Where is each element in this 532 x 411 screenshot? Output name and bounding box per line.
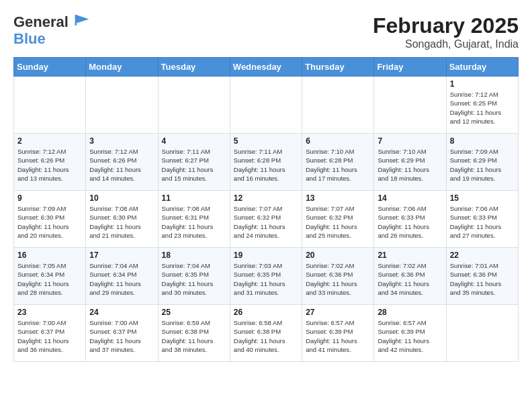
day-info: Sunrise: 7:00 AM Sunset: 6:37 PM Dayligh… [89, 318, 154, 354]
day-info: Sunrise: 7:10 AM Sunset: 6:28 PM Dayligh… [306, 147, 370, 183]
day-number: 10 [89, 193, 154, 203]
day-info: Sunrise: 7:09 AM Sunset: 6:30 PM Dayligh… [17, 204, 82, 240]
day-number: 21 [378, 250, 442, 260]
calendar-day-cell: 13Sunrise: 7:07 AM Sunset: 6:32 PM Dayli… [302, 191, 374, 248]
calendar-day-cell: 14Sunrise: 7:06 AM Sunset: 6:33 PM Dayli… [374, 191, 446, 248]
day-info: Sunrise: 6:57 AM Sunset: 6:39 PM Dayligh… [378, 318, 442, 354]
day-number: 16 [17, 250, 82, 260]
calendar-day-cell: 3Sunrise: 7:12 AM Sunset: 6:26 PM Daylig… [86, 134, 158, 191]
day-info: Sunrise: 7:09 AM Sunset: 6:29 PM Dayligh… [450, 147, 515, 183]
day-info: Sunrise: 7:01 AM Sunset: 6:36 PM Dayligh… [450, 261, 515, 297]
day-number: 15 [450, 193, 515, 203]
day-info: Sunrise: 7:05 AM Sunset: 6:34 PM Dayligh… [17, 261, 82, 297]
calendar-week-row: 9Sunrise: 7:09 AM Sunset: 6:30 PM Daylig… [14, 191, 519, 248]
calendar-day-cell: 19Sunrise: 7:03 AM Sunset: 6:35 PM Dayli… [230, 248, 302, 305]
day-number: 19 [234, 250, 298, 260]
calendar-day-cell: 16Sunrise: 7:05 AM Sunset: 6:34 PM Dayli… [14, 248, 86, 305]
calendar-day-cell [446, 305, 518, 362]
calendar-day-cell: 28Sunrise: 6:57 AM Sunset: 6:39 PM Dayli… [374, 305, 446, 362]
day-info: Sunrise: 7:12 AM Sunset: 6:26 PM Dayligh… [89, 147, 154, 183]
logo-flag-icon [74, 13, 90, 27]
day-info: Sunrise: 7:08 AM Sunset: 6:30 PM Dayligh… [89, 204, 154, 240]
day-info: Sunrise: 7:06 AM Sunset: 6:33 PM Dayligh… [450, 204, 515, 240]
day-info: Sunrise: 7:02 AM Sunset: 6:36 PM Dayligh… [306, 261, 370, 297]
calendar-day-cell: 6Sunrise: 7:10 AM Sunset: 6:28 PM Daylig… [302, 134, 374, 191]
calendar-day-cell: 10Sunrise: 7:08 AM Sunset: 6:30 PM Dayli… [86, 191, 158, 248]
calendar-day-cell: 12Sunrise: 7:07 AM Sunset: 6:32 PM Dayli… [230, 191, 302, 248]
calendar-day-cell: 25Sunrise: 6:59 AM Sunset: 6:38 PM Dayli… [158, 305, 230, 362]
day-of-week-header: Sunday [14, 58, 86, 77]
day-of-week-header: Monday [86, 58, 158, 77]
day-number: 2 [17, 136, 82, 146]
day-number: 7 [378, 136, 442, 146]
logo-blue: Blue [13, 30, 90, 48]
day-of-week-header: Tuesday [158, 58, 230, 77]
calendar-day-cell [230, 77, 302, 134]
calendar-day-cell [302, 77, 374, 134]
day-info: Sunrise: 7:03 AM Sunset: 6:35 PM Dayligh… [234, 261, 298, 297]
day-number: 13 [306, 193, 370, 203]
day-number: 14 [378, 193, 442, 203]
day-info: Sunrise: 7:04 AM Sunset: 6:34 PM Dayligh… [89, 261, 154, 297]
calendar-day-cell: 4Sunrise: 7:11 AM Sunset: 6:27 PM Daylig… [158, 134, 230, 191]
day-number: 24 [89, 308, 154, 317]
calendar-day-cell: 18Sunrise: 7:04 AM Sunset: 6:35 PM Dayli… [158, 248, 230, 305]
day-number: 18 [162, 250, 226, 260]
calendar-week-row: 2Sunrise: 7:12 AM Sunset: 6:26 PM Daylig… [14, 134, 519, 191]
calendar-day-cell [14, 77, 86, 134]
day-number: 4 [162, 136, 226, 146]
day-info: Sunrise: 7:00 AM Sunset: 6:37 PM Dayligh… [17, 318, 82, 354]
calendar-day-cell: 20Sunrise: 7:02 AM Sunset: 6:36 PM Dayli… [302, 248, 374, 305]
day-info: Sunrise: 7:12 AM Sunset: 6:26 PM Dayligh… [17, 147, 82, 183]
header: General Blue February 2025 Songadh, Guja… [13, 13, 519, 50]
calendar-day-cell: 5Sunrise: 7:11 AM Sunset: 6:28 PM Daylig… [230, 134, 302, 191]
calendar-day-cell: 26Sunrise: 6:58 AM Sunset: 6:38 PM Dayli… [230, 305, 302, 362]
day-number: 22 [450, 250, 515, 260]
title-area: February 2025 Songadh, Gujarat, India [373, 13, 519, 50]
calendar-day-cell: 21Sunrise: 7:02 AM Sunset: 6:36 PM Dayli… [374, 248, 446, 305]
day-info: Sunrise: 7:07 AM Sunset: 6:32 PM Dayligh… [234, 204, 298, 240]
calendar-day-cell: 24Sunrise: 7:00 AM Sunset: 6:37 PM Dayli… [86, 305, 158, 362]
day-info: Sunrise: 6:57 AM Sunset: 6:39 PM Dayligh… [306, 318, 370, 354]
calendar-week-row: 16Sunrise: 7:05 AM Sunset: 6:34 PM Dayli… [14, 248, 519, 305]
day-number: 12 [234, 193, 298, 203]
logo-text: General [13, 13, 90, 30]
day-number: 23 [17, 308, 82, 317]
svg-marker-0 [76, 15, 89, 24]
day-number: 26 [234, 308, 298, 317]
day-number: 20 [306, 250, 370, 260]
day-info: Sunrise: 7:11 AM Sunset: 6:28 PM Dayligh… [234, 147, 298, 183]
day-info: Sunrise: 7:12 AM Sunset: 6:25 PM Dayligh… [450, 90, 515, 126]
day-info: Sunrise: 7:08 AM Sunset: 6:31 PM Dayligh… [162, 204, 226, 240]
day-of-week-header: Thursday [302, 58, 374, 77]
calendar-table: SundayMondayTuesdayWednesdayThursdayFrid… [13, 57, 519, 362]
day-number: 28 [378, 308, 442, 317]
calendar-day-cell: 1Sunrise: 7:12 AM Sunset: 6:25 PM Daylig… [446, 77, 518, 134]
day-of-week-header: Saturday [446, 58, 518, 77]
day-info: Sunrise: 7:04 AM Sunset: 6:35 PM Dayligh… [162, 261, 226, 297]
calendar-day-cell [158, 77, 230, 134]
day-info: Sunrise: 6:59 AM Sunset: 6:38 PM Dayligh… [162, 318, 226, 354]
day-number: 6 [306, 136, 370, 146]
day-number: 25 [162, 308, 226, 317]
calendar-day-cell: 23Sunrise: 7:00 AM Sunset: 6:37 PM Dayli… [14, 305, 86, 362]
calendar-day-cell: 2Sunrise: 7:12 AM Sunset: 6:26 PM Daylig… [14, 134, 86, 191]
day-info: Sunrise: 7:02 AM Sunset: 6:36 PM Dayligh… [378, 261, 442, 297]
calendar-day-cell: 8Sunrise: 7:09 AM Sunset: 6:29 PM Daylig… [446, 134, 518, 191]
calendar-day-cell [86, 77, 158, 134]
day-number: 11 [162, 193, 226, 203]
calendar-day-cell: 15Sunrise: 7:06 AM Sunset: 6:33 PM Dayli… [446, 191, 518, 248]
day-info: Sunrise: 7:07 AM Sunset: 6:32 PM Dayligh… [306, 204, 370, 240]
calendar-day-cell: 9Sunrise: 7:09 AM Sunset: 6:30 PM Daylig… [14, 191, 86, 248]
day-number: 17 [89, 250, 154, 260]
day-number: 9 [17, 193, 82, 203]
calendar-day-cell: 27Sunrise: 6:57 AM Sunset: 6:39 PM Dayli… [302, 305, 374, 362]
calendar-header-row: SundayMondayTuesdayWednesdayThursdayFrid… [14, 58, 519, 77]
day-number: 1 [450, 79, 515, 89]
calendar-day-cell: 7Sunrise: 7:10 AM Sunset: 6:29 PM Daylig… [374, 134, 446, 191]
calendar-day-cell [374, 77, 446, 134]
day-info: Sunrise: 7:06 AM Sunset: 6:33 PM Dayligh… [378, 204, 442, 240]
day-number: 27 [306, 308, 370, 317]
calendar-day-cell: 17Sunrise: 7:04 AM Sunset: 6:34 PM Dayli… [86, 248, 158, 305]
logo: General Blue [13, 13, 90, 48]
